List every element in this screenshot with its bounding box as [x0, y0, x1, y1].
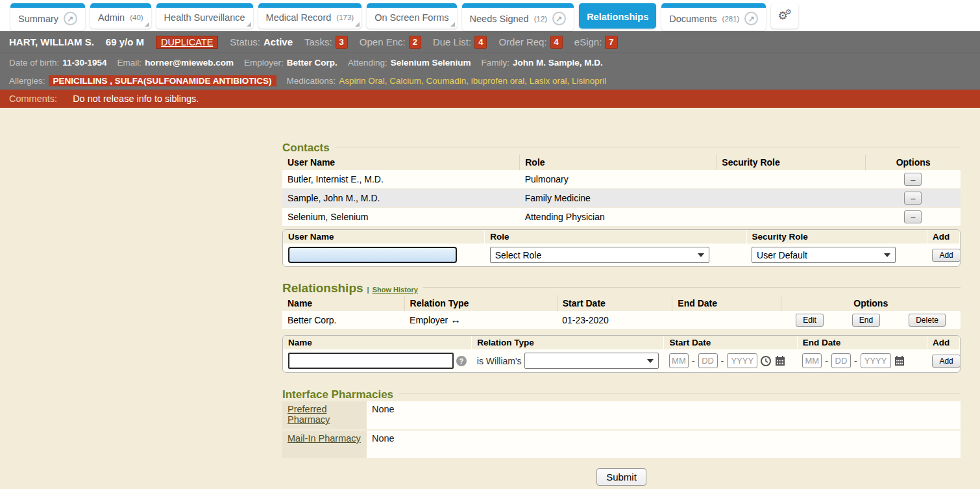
tab-label: Needs Signed	[470, 14, 529, 24]
popout-icon[interactable]: ↗	[552, 12, 566, 25]
employer-value: Better Corp.	[287, 58, 337, 68]
contact-row: Selenium, Selenium Attending Physician –	[282, 208, 961, 227]
tasks-label: Tasks:	[304, 36, 332, 47]
contact-user-name-input[interactable]	[288, 247, 457, 263]
contact-security-role-select[interactable]: User Default	[752, 247, 896, 263]
pharmacy-row: Preferred Pharmacy None	[282, 401, 961, 430]
order-req-label: Order Req:	[498, 36, 546, 47]
relationship-row: Better Corp. Employer ↔ 01-23-2020 Edit …	[282, 311, 961, 330]
contacts-table: User Name Role Security Role Options But…	[282, 155, 961, 227]
attending-label: Attending:	[348, 58, 387, 68]
add-rel-col-relation-type: Relation Type	[472, 336, 664, 349]
start-month-input[interactable]	[669, 353, 689, 368]
tab-label: Summary	[18, 14, 58, 24]
tab-count: (40)	[130, 14, 143, 21]
start-year-input[interactable]	[727, 353, 757, 368]
chevron-down-icon	[698, 253, 704, 257]
preferred-pharmacy-link[interactable]: Preferred Pharmacy	[288, 404, 361, 425]
tab-documents[interactable]: Documents (281) ↗	[661, 3, 766, 31]
due-list-count-badge[interactable]: 4	[474, 36, 487, 49]
relationships-table: Name Relation Type Start Date End Date O…	[282, 295, 961, 330]
contacts-section-title: Contacts	[282, 142, 961, 155]
add-relationship-button[interactable]: Add	[932, 355, 960, 368]
order-req-count-badge[interactable]: 4	[550, 36, 563, 49]
open-enc-label: Open Enc:	[360, 36, 406, 47]
tab-label: Medical Record	[266, 12, 332, 23]
relationship-start-date: 01-23-2020	[557, 311, 672, 330]
contact-role-select[interactable]: Select Role	[490, 247, 709, 263]
submit-button[interactable]: Submit	[596, 468, 646, 486]
relationship-name-input[interactable]	[288, 353, 454, 369]
tab-on-screen-forms[interactable]: On Screen Forms	[367, 3, 456, 29]
esign-count-badge[interactable]: 7	[605, 36, 617, 49]
end-day-input[interactable]	[831, 353, 851, 368]
add-relationship-form: Name Relation Type Start Date End Date A…	[282, 335, 961, 373]
add-rel-col-add: Add	[927, 336, 959, 349]
patient-header-row3: Allergies: PENICILLINS , SULFA(SULFONAMI…	[0, 71, 980, 90]
remove-contact-button[interactable]: –	[904, 173, 922, 186]
rel-col-name: Name	[282, 295, 404, 311]
end-relationship-button[interactable]: End	[852, 314, 880, 327]
add-rel-col-start-date: Start Date	[664, 336, 797, 349]
status-label: Status:	[230, 36, 260, 47]
patient-tab-bar: Summary ↗ Admin (40) Health Surveillance…	[0, 0, 980, 31]
calendar-icon[interactable]	[894, 355, 905, 367]
settings-button[interactable]: ⚙ ⚙	[771, 3, 798, 29]
email-value: horner@mieweb.com	[145, 58, 234, 68]
relationships-page: Contacts User Name Role Security Role Op…	[282, 142, 961, 486]
comments-label: Comments:	[9, 94, 57, 104]
remove-contact-button[interactable]: –	[904, 210, 922, 223]
rel-col-end-date: End Date	[672, 295, 781, 311]
mail-in-pharmacy-link[interactable]: Mail-In Pharmacy	[288, 433, 361, 444]
relationship-end-date	[672, 311, 781, 330]
chevron-down-icon	[884, 253, 890, 257]
start-day-input[interactable]	[698, 353, 718, 368]
edit-relationship-button[interactable]: Edit	[796, 314, 824, 327]
add-contact-col-user-name: User Name	[283, 230, 485, 244]
delete-relationship-button[interactable]: Delete	[909, 314, 946, 327]
title-divider: |	[367, 286, 369, 294]
allergies-value[interactable]: PENICILLINS , SULFA(SULFONAMIDE ANTIBIOT…	[49, 75, 276, 86]
clock-icon[interactable]	[760, 355, 772, 367]
contacts-col-security-role: Security Role	[717, 155, 866, 170]
open-enc-count-badge[interactable]: 2	[409, 36, 421, 49]
relation-type-select[interactable]	[524, 353, 659, 369]
patient-name: HART, WILLIAM S.	[9, 36, 94, 47]
contact-user-name: Sample, John M., M.D.	[282, 189, 520, 208]
tab-count: (173)	[336, 14, 354, 21]
duplicate-flag[interactable]: DUPLICATE	[156, 36, 218, 49]
contact-role: Pulmonary	[520, 170, 717, 189]
add-contact-form: User Name Role Security Role Add Select …	[282, 229, 961, 267]
contact-security-role	[717, 208, 866, 227]
patient-header-row2: Date of birth: 11-30-1954 Email: horner@…	[0, 53, 980, 71]
calendar-icon[interactable]	[774, 355, 786, 367]
rel-col-start-date: Start Date	[557, 295, 672, 311]
help-icon[interactable]: ?	[456, 356, 467, 366]
tab-needs-signed[interactable]: Needs Signed (12) ↗	[462, 3, 574, 31]
tab-relationships[interactable]: Relationships	[579, 3, 656, 29]
add-contact-col-security-role: Security Role	[746, 230, 927, 244]
pharmacies-section-title: Interface Pharmacies	[282, 388, 961, 401]
end-year-input[interactable]	[861, 353, 891, 368]
show-history-link[interactable]: Show History	[373, 286, 418, 294]
pharmacies-title-text: Interface Pharmacies	[282, 388, 393, 401]
date-separator: -	[854, 356, 857, 366]
date-separator: -	[692, 356, 695, 366]
tab-medical-record[interactable]: Medical Record (173)	[258, 3, 362, 29]
popout-icon[interactable]: ↗	[744, 12, 758, 25]
allergies-label: Allergies:	[9, 76, 45, 86]
tab-summary[interactable]: Summary ↗	[10, 3, 85, 31]
popout-icon[interactable]: ↗	[64, 12, 77, 25]
medications-list[interactable]: Aspirin Oral, Calcium, Coumadin, ibuprof…	[339, 76, 606, 86]
tab-label: Admin	[98, 12, 125, 23]
remove-contact-button[interactable]: –	[904, 192, 922, 205]
add-contact-button[interactable]: Add	[932, 249, 960, 262]
rel-col-options: Options	[781, 295, 961, 311]
contact-security-role-selected-value: User Default	[757, 250, 807, 260]
tab-admin[interactable]: Admin (40)	[90, 3, 151, 29]
email-label: Email:	[117, 58, 142, 68]
tasks-count-badge[interactable]: 3	[336, 36, 348, 49]
tab-health-surveillance[interactable]: Health Surveillance	[156, 3, 253, 29]
end-month-input[interactable]	[802, 353, 822, 368]
preferred-pharmacy-value: None	[367, 401, 961, 430]
